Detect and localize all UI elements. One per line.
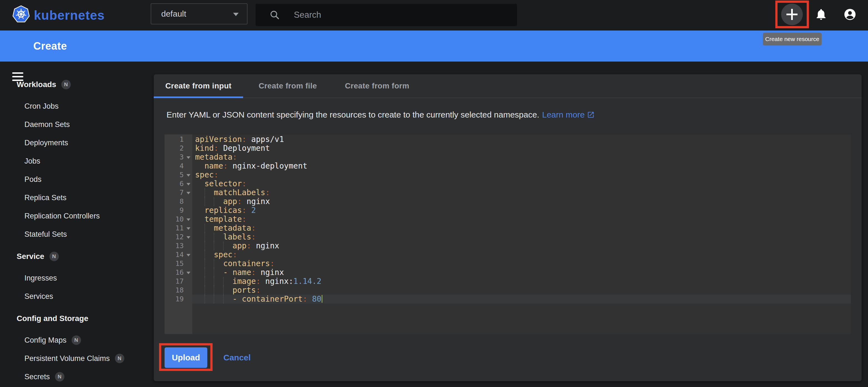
- sidebar-label: Secrets: [24, 373, 50, 381]
- code-line[interactable]: name: nginx-deployment: [192, 162, 851, 171]
- sidebar-label: Deployments: [24, 139, 68, 147]
- indent-guide: [205, 277, 205, 286]
- indent-guide: [214, 268, 214, 277]
- namespace-selector[interactable]: default: [151, 3, 248, 24]
- fold-toggle-icon[interactable]: [186, 174, 190, 177]
- line-number[interactable]: 8: [164, 197, 192, 206]
- sidebar-label: Service: [17, 252, 44, 261]
- indent-guide: [205, 295, 205, 304]
- sidebar-label: Workloads: [17, 80, 56, 89]
- code-line[interactable]: app: nginx: [192, 242, 851, 250]
- indent-guide: [205, 233, 205, 242]
- sidebar-item-stateful-sets[interactable]: Stateful Sets: [24, 229, 67, 240]
- code-line[interactable]: - containerPort: 80: [192, 295, 851, 304]
- sidebar-item-replica-sets[interactable]: Replica Sets: [24, 192, 67, 203]
- learn-more-link[interactable]: Learn more: [542, 110, 584, 119]
- indent-guide: [205, 259, 205, 268]
- sidebar-item-ingresses[interactable]: Ingresses: [24, 273, 57, 284]
- line-number[interactable]: 6: [164, 179, 192, 188]
- code-line[interactable]: matchLabels:: [192, 188, 851, 197]
- tab-create-from-input[interactable]: Create from input: [154, 74, 243, 98]
- create-new-resource-button[interactable]: [781, 4, 803, 25]
- line-number[interactable]: 9: [164, 206, 192, 215]
- line-number[interactable]: 10: [164, 215, 192, 224]
- code-line[interactable]: template:: [192, 215, 851, 224]
- indent-guide: [214, 242, 214, 250]
- top-header: kubernetes default: [0, 0, 868, 31]
- fold-toggle-icon[interactable]: [186, 218, 190, 221]
- sidebar-item-services[interactable]: Services: [24, 291, 53, 302]
- indent-guide: [214, 286, 214, 295]
- line-number[interactable]: 18: [164, 286, 192, 295]
- fold-toggle-icon[interactable]: [186, 156, 190, 159]
- code-line[interactable]: image: nginx:1.14.2: [192, 277, 851, 286]
- create-description: Enter YAML or JSON content specifying th…: [166, 110, 595, 119]
- fold-toggle-icon[interactable]: [186, 254, 190, 256]
- editor-code-area[interactable]: apiVersion: apps/v1kind: Deploymentmetad…: [192, 135, 851, 334]
- sidebar-item-persistent-volume-claims[interactable]: Persistent Volume ClaimsN: [24, 353, 124, 364]
- account-avatar-icon[interactable]: [844, 8, 856, 21]
- notifications-bell-icon[interactable]: [815, 8, 828, 21]
- tab-create-from-file[interactable]: Create from file: [243, 74, 333, 98]
- tab-create-from-form[interactable]: Create from form: [333, 74, 422, 98]
- line-number[interactable]: 13: [164, 242, 192, 250]
- sidebar-label: Cron Jobs: [24, 102, 59, 111]
- sidebar-section-service[interactable]: ServiceN: [17, 251, 59, 262]
- sidebar-item-cron-jobs[interactable]: Cron Jobs: [24, 101, 59, 112]
- sidebar-item-jobs[interactable]: Jobs: [24, 155, 40, 167]
- line-number[interactable]: 15: [164, 259, 192, 268]
- line-number[interactable]: 16: [164, 268, 192, 277]
- indent-guide: [214, 277, 214, 286]
- sidebar-item-daemon-sets[interactable]: Daemon Sets: [24, 119, 70, 130]
- sidebar-section-workloads[interactable]: WorkloadsN: [17, 79, 71, 90]
- fold-toggle-icon[interactable]: [186, 183, 190, 185]
- sidebar-item-pods[interactable]: Pods: [24, 174, 42, 185]
- code-line[interactable]: - name: nginx: [192, 268, 851, 277]
- search-input[interactable]: [294, 4, 517, 26]
- fold-toggle-icon[interactable]: [186, 192, 190, 194]
- description-text: Enter YAML or JSON content specifying th…: [166, 110, 539, 119]
- fold-toggle-icon[interactable]: [186, 236, 190, 239]
- line-number[interactable]: 7: [164, 188, 192, 197]
- sidebar-item-config-maps[interactable]: Config MapsN: [24, 335, 81, 346]
- code-line[interactable]: containers:: [192, 259, 851, 268]
- indent-guide: [214, 295, 214, 304]
- code-line[interactable]: apiVersion: apps/v1: [192, 135, 851, 144]
- tab-label: Create from file: [259, 81, 317, 91]
- line-number[interactable]: 11: [164, 224, 192, 233]
- fold-toggle-icon[interactable]: [186, 227, 190, 230]
- code-line[interactable]: spec:: [192, 171, 851, 179]
- line-number[interactable]: 14: [164, 250, 192, 259]
- fold-toggle-icon[interactable]: [186, 272, 190, 274]
- indent-guide: [205, 286, 205, 295]
- sidebar-item-deployments[interactable]: Deployments: [24, 137, 68, 148]
- line-number[interactable]: 12: [164, 233, 192, 242]
- code-line[interactable]: spec:: [192, 250, 851, 259]
- yaml-editor[interactable]: 12345678910111213141516171819 apiVersion…: [164, 135, 851, 334]
- code-line[interactable]: replicas: 2: [192, 206, 851, 215]
- upload-button[interactable]: Upload: [164, 347, 207, 368]
- sidebar-item-secrets[interactable]: SecretsN: [24, 371, 64, 382]
- cancel-button[interactable]: Cancel: [220, 347, 254, 368]
- code-line[interactable]: selector:: [192, 179, 851, 188]
- line-number[interactable]: 1: [164, 135, 192, 144]
- line-number[interactable]: 19: [164, 295, 192, 304]
- line-number[interactable]: 5: [164, 171, 192, 179]
- search-bar[interactable]: [255, 4, 517, 26]
- line-number[interactable]: 2: [164, 144, 192, 153]
- menu-hamburger-icon[interactable]: [12, 72, 23, 81]
- line-number[interactable]: 17: [164, 277, 192, 286]
- code-line[interactable]: labels:: [192, 233, 851, 242]
- sidebar-nav: WorkloadsNCron JobsDaemon SetsDeployment…: [0, 62, 154, 387]
- line-number[interactable]: 4: [164, 162, 192, 171]
- indent-guide: [205, 268, 205, 277]
- code-line[interactable]: metadata:: [192, 224, 851, 233]
- line-number[interactable]: 3: [164, 153, 192, 162]
- namespaced-badge: N: [50, 252, 59, 261]
- code-line[interactable]: kind: Deployment: [192, 144, 851, 153]
- code-line[interactable]: ports:: [192, 286, 851, 295]
- sidebar-item-replication-controllers[interactable]: Replication Controllers: [24, 210, 100, 221]
- sidebar-section-config-and-storage[interactable]: Config and Storage: [17, 313, 88, 324]
- code-line[interactable]: metadata:: [192, 153, 851, 162]
- code-line[interactable]: app: nginx: [192, 197, 851, 206]
